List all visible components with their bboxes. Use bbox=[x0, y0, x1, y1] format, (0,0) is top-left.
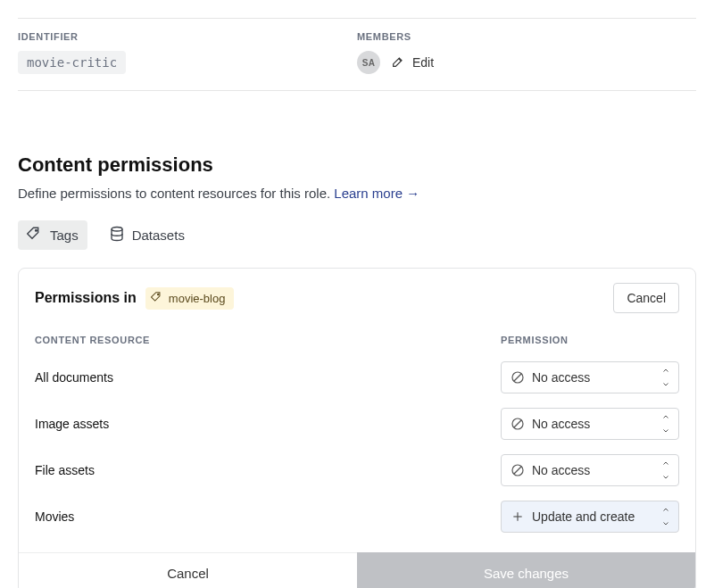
members-label: MEMBERS bbox=[357, 31, 696, 42]
no-access-icon bbox=[511, 463, 525, 477]
meta-row: IDENTIFIER movie-critic MEMBERS SA Edit bbox=[18, 18, 696, 91]
permission-select[interactable]: No access bbox=[501, 454, 679, 486]
resource-name: Image assets bbox=[35, 417, 483, 431]
panel-title: Permissions in bbox=[35, 290, 137, 306]
col-resource-label: CONTENT RESOURCE bbox=[35, 335, 483, 345]
permission-row: Image assetsNo access bbox=[35, 401, 679, 447]
svg-point-1 bbox=[112, 228, 122, 232]
tab-tags[interactable]: Tags bbox=[18, 220, 87, 250]
svg-line-4 bbox=[514, 374, 521, 381]
panel-tag-name: movie-blog bbox=[169, 292, 226, 305]
panel-tag-chip: movie-blog bbox=[145, 287, 235, 310]
chevron-up-down-icon bbox=[660, 506, 671, 527]
resource-name: All documents bbox=[35, 370, 483, 385]
identifier-label: IDENTIFIER bbox=[18, 31, 357, 42]
chevron-up-down-icon bbox=[660, 367, 671, 388]
edit-members-button[interactable]: Edit bbox=[391, 54, 434, 71]
tag-icon bbox=[27, 226, 43, 244]
svg-line-6 bbox=[514, 420, 521, 427]
permission-row: File assetsNo access bbox=[35, 447, 679, 493]
permission-value: Update and create bbox=[532, 509, 635, 524]
permission-value: No access bbox=[532, 417, 590, 431]
permission-value: No access bbox=[532, 463, 590, 477]
pencil-icon bbox=[391, 54, 405, 71]
tab-label: Tags bbox=[50, 228, 79, 243]
avatar[interactable]: SA bbox=[357, 51, 380, 74]
col-permission-label: PERMISSION bbox=[501, 335, 679, 345]
tag-icon bbox=[151, 291, 163, 306]
footer-cancel-button[interactable]: Cancel bbox=[19, 552, 357, 588]
plus-icon bbox=[511, 509, 525, 524]
permission-select[interactable]: No access bbox=[501, 361, 679, 393]
section-title: Content permissions bbox=[18, 153, 696, 177]
permissions-panel: Permissions in movie-blog Cancel CONTENT… bbox=[18, 268, 696, 588]
footer-save-button[interactable]: Save changes bbox=[357, 552, 695, 588]
no-access-icon bbox=[511, 417, 525, 431]
svg-point-2 bbox=[157, 294, 158, 294]
svg-line-8 bbox=[514, 467, 521, 474]
learn-more-link[interactable]: Learn more → bbox=[334, 186, 419, 201]
section-description: Define permissions to content resources … bbox=[18, 186, 696, 201]
identifier-chip: movie-critic bbox=[18, 51, 126, 74]
svg-point-0 bbox=[36, 229, 37, 231]
resource-name: Movies bbox=[35, 509, 483, 524]
chevron-up-down-icon bbox=[660, 413, 671, 435]
permission-select[interactable]: Update and create bbox=[501, 501, 679, 533]
chevron-up-down-icon bbox=[660, 460, 671, 481]
tabs: Tags Datasets bbox=[18, 220, 696, 250]
edit-label: Edit bbox=[412, 55, 434, 70]
permission-row: MoviesUpdate and create bbox=[35, 493, 679, 540]
tab-label: Datasets bbox=[132, 228, 185, 243]
permission-value: No access bbox=[532, 370, 590, 385]
permission-select[interactable]: No access bbox=[501, 408, 679, 440]
database-icon bbox=[109, 226, 125, 244]
no-access-icon bbox=[511, 370, 525, 385]
panel-cancel-button[interactable]: Cancel bbox=[613, 283, 679, 313]
permission-row: All documentsNo access bbox=[35, 354, 679, 401]
tab-datasets[interactable]: Datasets bbox=[100, 220, 194, 250]
resource-name: File assets bbox=[35, 463, 483, 477]
